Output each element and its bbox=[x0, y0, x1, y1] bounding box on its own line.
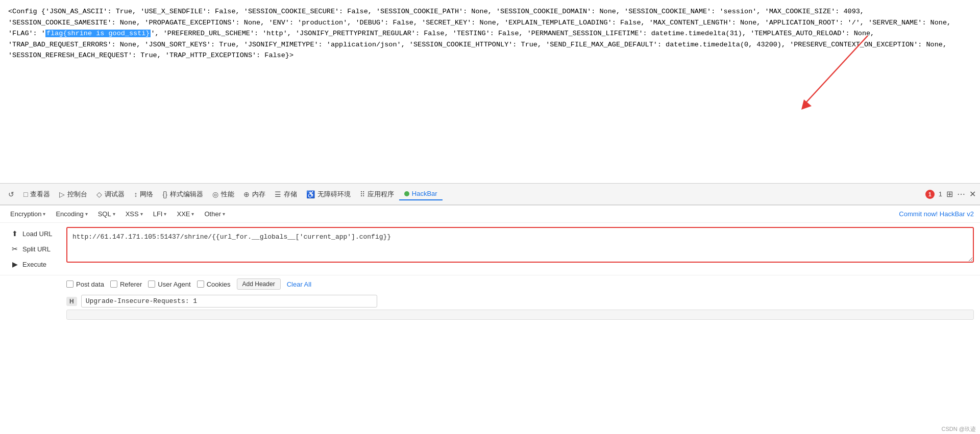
hackbar-menu: Encryption ▾ Encoding ▾ SQL ▾ XSS ▾ LFI … bbox=[0, 206, 980, 223]
other-chevron-icon: ▾ bbox=[223, 211, 225, 217]
execute-icon: ▶ bbox=[10, 260, 19, 269]
page-footer: CSDN @玖迹 bbox=[938, 424, 980, 434]
menu-lfi-label: LFI bbox=[153, 210, 163, 218]
split-url-label: Split URL bbox=[22, 245, 51, 253]
url-input[interactable]: http://61.147.171.105:51437/shrine/{{url… bbox=[66, 227, 974, 263]
menu-encoding-label: Encoding bbox=[56, 210, 83, 218]
tool-application[interactable]: ⠿ 应用程序 bbox=[356, 188, 398, 201]
tool-style-editor[interactable]: {} 样式编辑器 bbox=[158, 188, 207, 201]
toolbar-right: 1 1 ⊞ ⋯ ✕ bbox=[925, 189, 976, 199]
encryption-chevron-icon: ▾ bbox=[43, 211, 45, 217]
menu-encryption-label: Encryption bbox=[10, 210, 41, 218]
tool-cursor[interactable]: ↺ bbox=[4, 188, 18, 200]
post-data-checkbox[interactable] bbox=[66, 280, 74, 288]
style-editor-icon: {} bbox=[162, 190, 167, 198]
devtools-new-window-icon[interactable]: ⊞ bbox=[946, 189, 953, 199]
user-agent-checkbox[interactable] bbox=[148, 280, 155, 288]
network-icon: ↕ bbox=[134, 190, 137, 198]
tool-inspector[interactable]: □ 查看器 bbox=[19, 188, 54, 201]
tool-network[interactable]: ↕ 网络 bbox=[130, 188, 157, 201]
sql-chevron-icon: ▾ bbox=[113, 211, 115, 217]
debugger-label: 调试器 bbox=[105, 190, 125, 199]
split-url-button[interactable]: ✂ Split URL bbox=[6, 242, 62, 256]
load-url-button[interactable]: ⬆ Load URL bbox=[6, 227, 62, 240]
storage-label: 存储 bbox=[284, 190, 297, 199]
cookies-label: Cookies bbox=[207, 280, 231, 288]
network-label: 网络 bbox=[140, 190, 153, 199]
xss-chevron-icon: ▾ bbox=[140, 211, 143, 217]
referer-option[interactable]: Referer bbox=[110, 280, 142, 288]
menu-encoding[interactable]: Encoding ▾ bbox=[52, 209, 91, 219]
hackbar-tab-label: HackBar bbox=[412, 190, 437, 197]
xxe-chevron-icon: ▾ bbox=[191, 211, 194, 217]
content-area: <Config {'JSON_AS_ASCII': True, 'USE_X_S… bbox=[0, 0, 980, 184]
split-url-icon: ✂ bbox=[10, 244, 19, 253]
header-row: H bbox=[66, 295, 974, 308]
flag-highlighted: flag{shrine is good_ssti} bbox=[45, 30, 151, 37]
user-agent-option[interactable]: User Agent bbox=[148, 280, 190, 288]
commit-now-label: Commit now! bbox=[899, 210, 938, 218]
tool-hackbar[interactable]: HackBar bbox=[399, 188, 443, 200]
accessibility-label: 无障碍环境 bbox=[317, 190, 351, 199]
tool-accessibility[interactable]: ♿ 无障碍环境 bbox=[302, 188, 355, 201]
referer-checkbox[interactable] bbox=[110, 280, 117, 288]
application-label: 应用程序 bbox=[368, 190, 394, 199]
menu-xxe-label: XXE bbox=[177, 210, 190, 218]
execute-button[interactable]: ▶ Execute bbox=[6, 258, 62, 271]
menu-xss[interactable]: XSS ▾ bbox=[121, 209, 147, 219]
hackbar-v2-label: HackBar v2 bbox=[940, 210, 974, 218]
menu-other[interactable]: Other ▾ bbox=[200, 209, 229, 219]
menu-sql-label: SQL bbox=[98, 210, 111, 218]
storage-icon: ☰ bbox=[275, 190, 281, 198]
hackbar-body: ⬆ Load URL ✂ Split URL ▶ Execute http://… bbox=[0, 223, 980, 275]
menu-encryption[interactable]: Encryption ▾ bbox=[6, 209, 50, 219]
style-editor-label: 样式编辑器 bbox=[170, 190, 203, 199]
commit-now-button[interactable]: Commit now! HackBar v2 bbox=[899, 210, 974, 218]
footer-text: CSDN @玖迹 bbox=[942, 426, 976, 432]
accessibility-icon: ♿ bbox=[306, 190, 315, 198]
url-input-area: http://61.147.171.105:51437/shrine/{{url… bbox=[66, 227, 974, 265]
devtools-toolbar: ↺ □ 查看器 ▷ 控制台 ◇ 调试器 ↕ 网络 {} 样式编辑器 ◎ 性能 ⊕… bbox=[0, 184, 980, 205]
load-url-label: Load URL bbox=[22, 230, 53, 238]
load-url-icon: ⬆ bbox=[10, 229, 19, 238]
cursor-icon: ↺ bbox=[8, 190, 14, 198]
inspector-label: 查看器 bbox=[30, 190, 50, 199]
tool-storage[interactable]: ☰ 存储 bbox=[271, 188, 301, 201]
tool-memory[interactable]: ⊕ 内存 bbox=[239, 188, 270, 201]
hackbar-panel: Encryption ▾ Encoding ▾ SQL ▾ XSS ▾ LFI … bbox=[0, 205, 980, 320]
header-h-badge: H bbox=[66, 297, 77, 306]
add-header-button[interactable]: Add Header bbox=[237, 278, 281, 290]
menu-lfi[interactable]: LFI ▾ bbox=[149, 209, 171, 219]
tool-console[interactable]: ▷ 控制台 bbox=[55, 188, 91, 201]
memory-label: 内存 bbox=[252, 190, 265, 199]
menu-sql[interactable]: SQL ▾ bbox=[94, 209, 119, 219]
header-value-input[interactable] bbox=[81, 295, 377, 308]
devtools-more-icon[interactable]: ⋯ bbox=[957, 189, 965, 199]
hackbar-actions: ⬆ Load URL ✂ Split URL ▶ Execute bbox=[6, 227, 62, 271]
error-count-label: 1 bbox=[939, 190, 942, 198]
menu-xxe[interactable]: XXE ▾ bbox=[173, 209, 198, 219]
tool-debugger[interactable]: ◇ 调试器 bbox=[92, 188, 129, 201]
application-icon: ⠿ bbox=[360, 190, 365, 198]
execute-label: Execute bbox=[22, 261, 46, 268]
debugger-icon: ◇ bbox=[96, 190, 102, 198]
svg-marker-1 bbox=[801, 99, 812, 110]
memory-icon: ⊕ bbox=[243, 190, 250, 198]
user-agent-label: User Agent bbox=[158, 280, 190, 288]
cookies-option[interactable]: Cookies bbox=[197, 280, 231, 288]
scroll-area[interactable] bbox=[66, 310, 974, 320]
console-label: 控制台 bbox=[67, 190, 87, 199]
console-icon: ▷ bbox=[59, 190, 65, 198]
hackbar-options: Post data Referer User Agent Cookies Add… bbox=[0, 275, 980, 293]
tool-performance[interactable]: ◎ 性能 bbox=[208, 188, 238, 201]
hackbar-dot-icon bbox=[404, 191, 409, 196]
performance-label: 性能 bbox=[221, 190, 234, 199]
error-badge[interactable]: 1 bbox=[925, 190, 935, 199]
clear-all-button[interactable]: Clear All bbox=[287, 280, 311, 288]
cookies-checkbox[interactable] bbox=[197, 280, 204, 288]
referer-label: Referer bbox=[120, 280, 142, 288]
devtools-close-icon[interactable]: ✕ bbox=[969, 189, 976, 199]
post-data-option[interactable]: Post data bbox=[66, 280, 104, 288]
lfi-chevron-icon: ▾ bbox=[164, 211, 166, 217]
inspector-icon: □ bbox=[23, 190, 28, 198]
